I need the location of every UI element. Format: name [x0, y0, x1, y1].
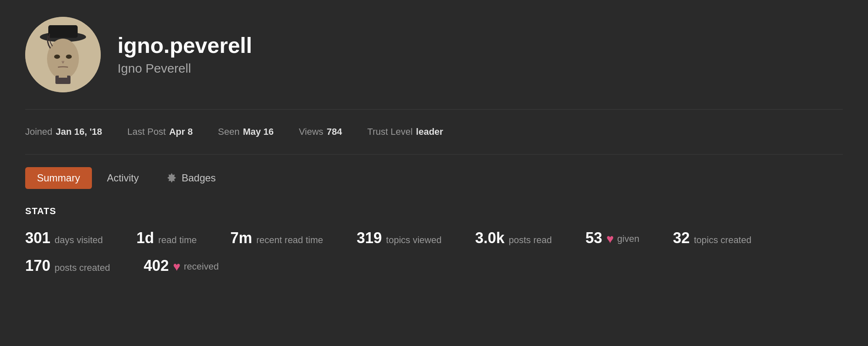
stat-value-days: 301	[25, 229, 50, 247]
views-item: Views 784	[299, 126, 342, 137]
last-post-label: Last Post	[127, 126, 166, 137]
views-label: Views	[299, 126, 323, 137]
last-post-item: Last Post Apr 8	[127, 126, 193, 137]
stat-likes-given-label-group: ♥ given	[607, 232, 639, 246]
stat-likes-received-label-group: ♥ received	[173, 260, 219, 274]
stat-value-posts-read: 3.0k	[475, 229, 505, 247]
display-name: Igno Peverell	[118, 61, 252, 76]
trust-level-label: Trust Level	[367, 126, 413, 137]
stat-read-time: 1d read time	[136, 229, 197, 247]
stat-label-read-time: read time	[158, 235, 197, 246]
stat-label-posts-read: posts read	[509, 235, 552, 246]
stat-topics-created: 32 topics created	[673, 229, 751, 247]
stat-value-recent-read: 7m	[230, 229, 252, 247]
stats-section: STATS 301 days visited 1d read time 7m r…	[25, 206, 843, 275]
tabs: Summary Activity Badges	[25, 167, 843, 189]
meta-divider	[25, 154, 843, 155]
heart-given-icon: ♥	[607, 232, 614, 246]
stat-value-likes-given: 53	[586, 229, 602, 247]
stat-value-posts-created: 170	[25, 257, 50, 275]
badges-icon	[166, 172, 178, 184]
stat-days-visited: 301 days visited	[25, 229, 103, 247]
stat-likes-received: 402 ♥ received	[144, 257, 219, 275]
views-value: 784	[327, 126, 342, 137]
tab-activity[interactable]: Activity	[95, 167, 151, 189]
joined-value: Jan 16, '18	[56, 126, 102, 137]
username: igno.peverell	[118, 34, 252, 58]
stat-label-received: received	[184, 261, 219, 272]
meta-bar: Joined Jan 16, '18 Last Post Apr 8 Seen …	[25, 118, 843, 146]
heart-received-icon: ♥	[173, 260, 180, 274]
trust-level-item: Trust Level leader	[367, 126, 443, 137]
stat-likes-given: 53 ♥ given	[586, 229, 639, 247]
seen-label: Seen	[218, 126, 239, 137]
profile-header: igno.peverell Igno Peverell	[25, 17, 843, 92]
badges-label: Badges	[182, 172, 216, 184]
last-post-value: Apr 8	[169, 126, 193, 137]
joined-label: Joined	[25, 126, 52, 137]
stat-label-posts-created: posts created	[55, 262, 110, 273]
stat-label-recent-read: recent read time	[256, 235, 323, 246]
stat-label-given: given	[617, 233, 640, 244]
stat-label-topics-viewed: topics viewed	[386, 235, 442, 246]
stat-value-likes-received: 402	[144, 257, 169, 275]
avatar	[25, 17, 101, 92]
stat-value-topics-viewed: 319	[357, 229, 382, 247]
stats-row-2: 170 posts created 402 ♥ received	[25, 257, 843, 275]
stat-posts-read: 3.0k posts read	[475, 229, 552, 247]
stat-label-topics-created: topics created	[694, 235, 751, 246]
stats-row-1: 301 days visited 1d read time 7m recent …	[25, 229, 843, 247]
svg-point-5	[66, 55, 72, 59]
tab-summary[interactable]: Summary	[25, 167, 92, 189]
seen-item: Seen May 16	[218, 126, 274, 137]
stat-posts-created: 170 posts created	[25, 257, 110, 275]
profile-names: igno.peverell Igno Peverell	[118, 34, 252, 75]
trust-level-value: leader	[416, 126, 443, 137]
header-divider	[25, 109, 843, 110]
stat-topics-viewed: 319 topics viewed	[357, 229, 442, 247]
svg-rect-2	[48, 25, 78, 38]
stats-title: STATS	[25, 206, 843, 217]
stat-recent-read-time: 7m recent read time	[230, 229, 323, 247]
stat-value-topics-created: 32	[673, 229, 690, 247]
seen-value: May 16	[243, 126, 274, 137]
stat-label-days: days visited	[55, 235, 103, 246]
stat-value-read-time: 1d	[136, 229, 154, 247]
profile-page: igno.peverell Igno Peverell Joined Jan 1…	[0, 0, 868, 301]
joined-item: Joined Jan 16, '18	[25, 126, 102, 137]
tab-badges[interactable]: Badges	[154, 167, 227, 189]
svg-rect-7	[59, 71, 67, 78]
svg-point-4	[54, 55, 60, 59]
